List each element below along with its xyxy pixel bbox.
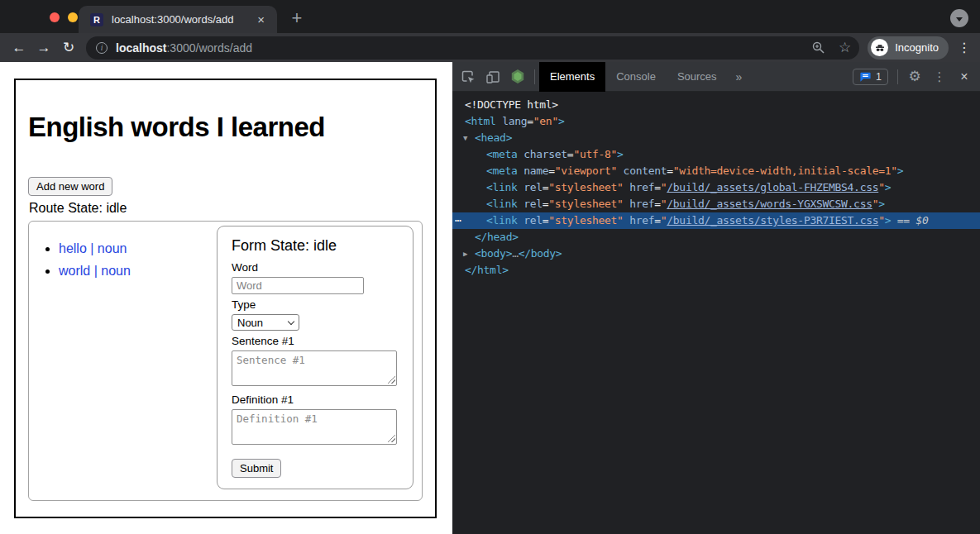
dom-row[interactable]: ⋯<link rel="stylesheet" href="/build/_as… xyxy=(452,212,980,229)
close-window-button[interactable] xyxy=(50,12,60,22)
dom-token: /build/_assets/global-FHZEMBS4.css xyxy=(667,181,878,193)
dom-token: " xyxy=(878,181,885,193)
dom-token: <!DOCTYPE html> xyxy=(465,98,558,111)
devtools-close-icon[interactable]: × xyxy=(952,62,977,92)
word-list: hello | nounworld | noun xyxy=(59,241,131,286)
dom-token: "stylesheet" xyxy=(548,181,623,193)
incognito-icon xyxy=(871,39,888,56)
chevron-down-icon xyxy=(956,17,963,21)
expand-arrow-icon[interactable]: ▼ xyxy=(463,130,467,146)
back-button[interactable]: ← xyxy=(7,40,31,56)
sentence-textarea[interactable] xyxy=(232,350,397,386)
page-viewport: English words I learned Add new word Rou… xyxy=(0,62,452,534)
word-list-item: hello | noun xyxy=(59,241,131,256)
issues-badge[interactable]: 1 xyxy=(853,69,888,85)
dom-token: </body> xyxy=(519,247,562,260)
dom-token: "width=device-width,initial-scale=1" xyxy=(673,164,897,177)
dom-token: content xyxy=(617,164,667,177)
browser-window: R localhost:3000/words/add × + ← → ↻ i l… xyxy=(0,0,980,534)
dom-token: > xyxy=(885,181,892,193)
dom-token: <head> xyxy=(475,131,512,144)
dom-row[interactable]: <meta name="viewport" content="width=dev… xyxy=(452,163,980,179)
devtools-tab-sources[interactable]: Sources xyxy=(667,62,728,92)
bookmark-star-icon[interactable]: ☆ xyxy=(839,39,851,56)
dom-token: <meta xyxy=(486,148,518,160)
dom-row[interactable]: <!DOCTYPE html> xyxy=(452,97,980,113)
url-path: :3000/words/add xyxy=(166,41,252,55)
more-tabs-button[interactable]: » xyxy=(728,62,751,92)
word-label: Word xyxy=(232,261,399,274)
reload-button[interactable]: ↻ xyxy=(56,39,81,56)
zoom-level-icon[interactable] xyxy=(811,41,825,55)
incognito-label: Incognito xyxy=(895,41,939,54)
type-select-value: Noun xyxy=(237,317,263,329)
word-link[interactable]: hello | noun xyxy=(59,241,127,255)
browser-tab[interactable]: R localhost:3000/words/add × xyxy=(79,6,277,33)
device-toolbar-button[interactable] xyxy=(480,62,505,92)
dom-token: <meta xyxy=(486,164,518,177)
navigation-bar: ← → ↻ i localhost:3000/words/add ☆ xyxy=(0,33,980,62)
dom-row[interactable]: <html lang="en"> xyxy=(452,113,980,130)
dom-row[interactable]: </head> xyxy=(452,229,980,246)
word-input[interactable] xyxy=(232,277,364,294)
type-select[interactable]: Noun xyxy=(232,314,299,331)
dom-token: "en" xyxy=(533,115,558,127)
devtools-tab-elements[interactable]: Elements xyxy=(539,62,605,92)
word-link[interactable]: world | noun xyxy=(59,264,131,278)
dom-token: == $0 xyxy=(891,214,928,226)
add-word-form: Form State: idle Word Type Noun Sentence… xyxy=(217,226,414,489)
submit-button[interactable]: Submit xyxy=(232,459,281,478)
dom-row[interactable]: <link rel="stylesheet" href="/build/_ass… xyxy=(452,179,980,196)
dom-row[interactable]: <link rel="stylesheet" href="/build/_ass… xyxy=(452,196,980,212)
extension-hexagon-icon[interactable] xyxy=(505,62,530,92)
more-actions-icon[interactable]: ⋯ xyxy=(455,212,461,229)
tab-search-button[interactable] xyxy=(950,9,968,27)
tab-title: localhost:3000/words/add xyxy=(112,13,253,26)
definition-textarea[interactable] xyxy=(232,409,397,445)
dom-token: = xyxy=(667,164,673,177)
page-title: English words I learned xyxy=(28,112,325,143)
dom-token: href xyxy=(624,198,655,210)
devtools-menu-icon[interactable]: ⋮ xyxy=(927,62,952,92)
url-host: localhost xyxy=(116,41,166,55)
site-info-icon[interactable]: i xyxy=(96,42,108,54)
dom-row[interactable]: <meta charset="utf-8"> xyxy=(452,146,980,163)
address-bar[interactable]: i localhost:3000/words/add ☆ xyxy=(86,36,859,60)
toolbar-divider xyxy=(534,69,535,84)
tab-strip: R localhost:3000/words/add × + xyxy=(0,0,980,33)
dom-token: = xyxy=(654,181,661,193)
dom-token: = xyxy=(654,214,661,226)
expand-arrow-icon[interactable]: ▶ xyxy=(463,246,467,262)
remix-favicon-icon: R xyxy=(90,13,103,26)
dom-token: <html xyxy=(465,115,496,127)
devtools-tab-console[interactable]: Console xyxy=(605,62,667,92)
dom-row[interactable]: ▼<head> xyxy=(452,130,980,146)
app-container: English words I learned Add new word Rou… xyxy=(14,79,437,518)
dom-token: /build/_assets/words-YGXSWCSW.css xyxy=(667,198,872,210)
forward-button[interactable]: → xyxy=(31,40,56,56)
definition-label: Definition #1 xyxy=(232,393,399,406)
dom-token: "viewport" xyxy=(555,164,617,177)
dom-token: /build/_assets/styles-P3R7IEST.css xyxy=(667,214,878,226)
add-new-word-button[interactable]: Add new word xyxy=(28,177,112,196)
dom-row[interactable]: </html> xyxy=(452,262,980,279)
settings-gear-icon[interactable]: ⚙ xyxy=(902,62,927,92)
dom-token: "utf-8" xyxy=(573,148,617,160)
new-tab-button[interactable]: + xyxy=(285,7,308,30)
dom-token: name xyxy=(518,164,549,177)
message-bubble-icon xyxy=(859,71,872,83)
route-state-text: Route State: idle xyxy=(29,201,127,216)
devtools-panel: ElementsConsoleSources » 1 ⚙ ⋮ × xyxy=(452,62,980,534)
tab-close-icon[interactable]: × xyxy=(253,12,269,26)
dom-token: "stylesheet" xyxy=(548,198,623,210)
dom-token: rel xyxy=(518,181,543,193)
dom-token: rel xyxy=(518,214,543,226)
inspect-element-button[interactable] xyxy=(456,62,480,92)
url-text[interactable]: localhost:3000/words/add xyxy=(116,41,798,55)
browser-menu-icon[interactable]: ⋮ xyxy=(952,40,977,55)
type-label: Type xyxy=(232,298,399,311)
dom-row[interactable]: ▶<body>…</body> xyxy=(452,246,980,262)
dom-token: = xyxy=(548,164,555,177)
minimize-window-button[interactable] xyxy=(68,12,78,22)
dom-token: "stylesheet" xyxy=(548,214,623,226)
